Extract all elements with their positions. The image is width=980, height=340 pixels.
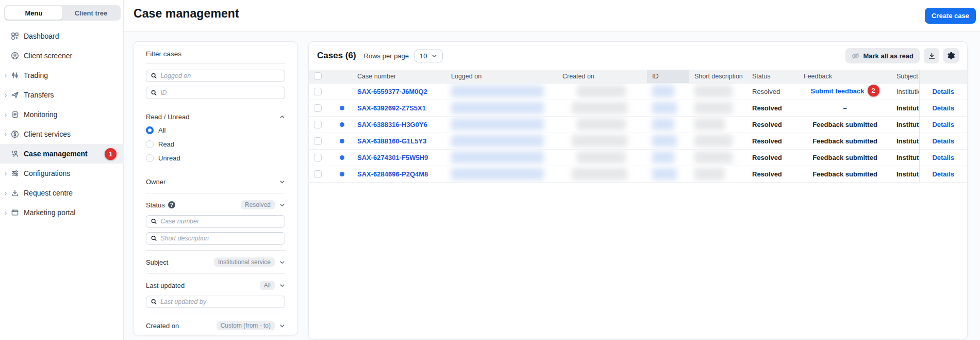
col-feedback[interactable]: Feedback: [799, 70, 891, 83]
case-management-app: Menu Client tree Dashboard Client screen…: [0, 0, 980, 340]
created-on-section[interactable]: Created on Custom (from - to): [146, 320, 285, 331]
submit-feedback-link[interactable]: Submit feedback: [810, 87, 864, 94]
create-case-button[interactable]: Create case: [925, 8, 976, 24]
case-number-input[interactable]: [160, 218, 280, 225]
details-link[interactable]: Details: [932, 121, 954, 128]
row-checkbox[interactable]: [314, 88, 322, 95]
radio-icon[interactable]: [146, 140, 154, 148]
details-link[interactable]: Details: [932, 154, 954, 161]
case-number-link[interactable]: SAX-6392692-Z7S5X1: [357, 104, 426, 112]
radio-option-all[interactable]: All: [146, 124, 285, 136]
help-icon[interactable]: ?: [168, 201, 175, 208]
unread-dot-cell: [335, 133, 352, 149]
owner-label: Owner: [146, 178, 165, 186]
chevron-right-icon: ›: [2, 91, 9, 99]
sidebar-item-label: Marketing portal: [24, 208, 75, 217]
created-on-label: Created on: [146, 322, 179, 330]
row-checkbox[interactable]: [314, 121, 322, 128]
logged-on-search[interactable]: [146, 70, 285, 82]
last-updated-by-input[interactable]: [160, 298, 280, 305]
col-details: [919, 70, 967, 83]
details-link[interactable]: Details: [932, 104, 954, 112]
tab-client-tree[interactable]: Client tree: [62, 6, 120, 20]
chevron-up-icon[interactable]: [279, 114, 285, 120]
chevron-down-icon[interactable]: [279, 283, 285, 288]
col-id[interactable]: ID: [647, 70, 689, 83]
case-number-link[interactable]: SAX-6274301-F5W5H9: [357, 154, 428, 161]
sidebar-item-request-centre[interactable]: › Request centre: [0, 183, 124, 203]
select-all-checkbox[interactable]: [314, 72, 322, 80]
short-description-search[interactable]: [146, 232, 285, 245]
id-cell-redacted: [647, 149, 689, 166]
logged-on-cell-redacted: [446, 133, 557, 149]
table-row: SAX-6284696-P2Q4M8 Resolved Feedback sub…: [309, 166, 967, 182]
sidebar-item-client-services[interactable]: › Client services: [0, 124, 124, 144]
col-logged-on[interactable]: Logged on: [446, 70, 557, 83]
sidebar-item-case-management[interactable]: Case management 1: [0, 144, 124, 164]
details-link[interactable]: Details: [932, 170, 954, 178]
radio-option-unread[interactable]: Unread: [146, 152, 285, 164]
row-checkbox[interactable]: [314, 170, 322, 178]
annotation-step-2-badge: 2: [868, 85, 879, 96]
sidebar-item-client-screener[interactable]: Client screener: [0, 46, 124, 66]
chevron-down-icon[interactable]: [279, 323, 285, 329]
col-case-number[interactable]: Case number: [352, 70, 446, 83]
chevron-right-icon: ›: [2, 170, 9, 177]
created-on-cell-redacted: [557, 116, 647, 133]
cases-panel-header: Cases (6) Rows per page 10 Mark all as r…: [309, 42, 967, 70]
case-number-link[interactable]: SAX-6388316-H3G0Y6: [357, 121, 427, 128]
case-number-link[interactable]: SAX-6284696-P2Q4M8: [357, 170, 428, 178]
case-number-search[interactable]: [146, 215, 285, 228]
chevron-down-icon[interactable]: [279, 179, 285, 185]
tab-menu[interactable]: Menu: [5, 6, 62, 20]
short-description-cell-redacted: [689, 100, 747, 116]
details-link[interactable]: Details: [932, 137, 954, 145]
row-checkbox[interactable]: [314, 154, 322, 161]
download-button[interactable]: [924, 48, 939, 63]
radio-icon[interactable]: [146, 154, 154, 162]
chevron-right-icon: ›: [2, 111, 9, 118]
row-checkbox[interactable]: [314, 104, 322, 112]
short-description-cell-redacted: [689, 133, 747, 149]
details-link[interactable]: Details: [932, 88, 954, 95]
case-number-link[interactable]: SAX-6559377-J6M0Q2: [357, 88, 427, 95]
sidebar-item-monitoring[interactable]: › Monitoring: [0, 105, 124, 124]
id-search[interactable]: [146, 87, 285, 99]
case-number-link[interactable]: SAX-6388160-G1L5Y3: [357, 137, 426, 145]
sidebar-item-transfers[interactable]: › Transfers: [0, 85, 124, 105]
last-updated-section[interactable]: Last updated All: [146, 280, 285, 291]
owner-section[interactable]: Owner: [146, 176, 285, 187]
col-status[interactable]: Status: [747, 70, 799, 83]
subject-cell: Institutional service: [891, 83, 919, 100]
rows-per-page-select[interactable]: 10: [414, 50, 442, 62]
sidebar-item-dashboard[interactable]: Dashboard: [0, 26, 124, 46]
mark-all-as-read-button[interactable]: Mark all as read: [845, 48, 920, 63]
settings-button[interactable]: [943, 48, 959, 63]
read-unread-section[interactable]: Read / Unread: [146, 111, 285, 122]
col-subject[interactable]: Subject: [891, 70, 919, 83]
last-updated-by-search[interactable]: [146, 296, 285, 308]
subject-section[interactable]: Subject Institutional service: [146, 256, 285, 268]
radio-label: Unread: [158, 154, 180, 162]
sidebar-item-configurations[interactable]: › Configurations: [0, 164, 124, 183]
subject-label: Subject: [146, 258, 168, 266]
status-section[interactable]: Status ? Resolved: [146, 199, 285, 211]
short-description-input[interactable]: [160, 235, 280, 242]
request-centre-icon: [10, 189, 19, 198]
chevron-down-icon[interactable]: [279, 202, 285, 208]
top-header: Case management Create case: [124, 0, 980, 32]
sidebar-item-trading[interactable]: › Trading: [0, 66, 124, 85]
radio-selected-icon[interactable]: [146, 126, 154, 134]
radio-option-read[interactable]: Read: [146, 138, 285, 150]
logged-on-input[interactable]: [160, 72, 280, 79]
id-input[interactable]: [160, 89, 280, 96]
chevron-down-icon[interactable]: [279, 260, 285, 265]
id-cell-redacted: [647, 116, 689, 133]
col-created-on[interactable]: Created on: [557, 70, 647, 83]
id-cell-redacted: [647, 100, 689, 116]
chevron-right-icon: ›: [2, 131, 9, 138]
col-short-description[interactable]: Short description: [689, 70, 747, 83]
cases-table: Case number Logged on Created on ID Shor…: [309, 70, 967, 183]
sidebar-item-marketing-portal[interactable]: › Marketing portal: [0, 203, 124, 222]
row-checkbox[interactable]: [314, 137, 322, 145]
